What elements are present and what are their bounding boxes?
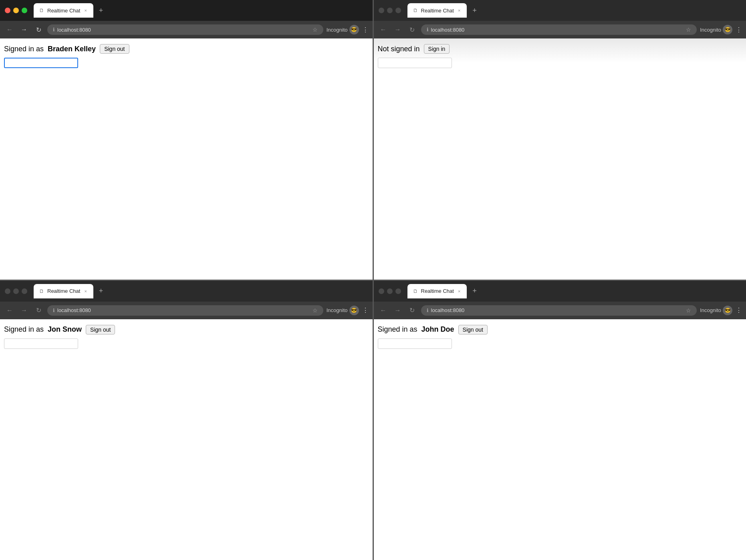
address-input-bottom-right[interactable]: ℹ localhost:8080 ☆ xyxy=(421,305,697,316)
chat-input-top-left[interactable] xyxy=(4,58,78,68)
page-content-bottom-right: Signed in as John Doe Sign out xyxy=(374,319,746,560)
address-input-top-right[interactable]: ℹ localhost:8080 ☆ xyxy=(421,24,697,35)
traffic-lights-top-right xyxy=(379,8,401,13)
menu-button-top-left[interactable]: ⋮ xyxy=(362,26,369,34)
maximize-button-bottom-left[interactable] xyxy=(22,288,27,294)
incognito-icon-bottom-left: 😎 xyxy=(349,306,359,315)
reload-button-top-right[interactable]: ↻ xyxy=(407,24,418,35)
url-text-top-right: localhost:8080 xyxy=(431,27,465,33)
page-header-top-left: Signed in as Braden Kelley Sign out xyxy=(4,44,369,54)
minimize-button-top-right[interactable] xyxy=(387,8,393,13)
new-tab-button-top-right[interactable]: + xyxy=(469,5,480,16)
minimize-button-bottom-right[interactable] xyxy=(387,288,393,294)
tab-icon-bottom-right: 🗋 xyxy=(413,288,418,294)
tab-close-bottom-right[interactable]: × xyxy=(457,288,461,294)
page-header-bottom-left: Signed in as Jon Snow Sign out xyxy=(4,325,369,334)
new-tab-button-top-left[interactable]: + xyxy=(96,5,107,16)
tab-icon-top-right: 🗋 xyxy=(413,8,418,13)
close-button-top-left[interactable] xyxy=(5,8,10,13)
star-icon-bottom-left[interactable]: ☆ xyxy=(313,307,318,314)
url-text-bottom-right: localhost:8080 xyxy=(431,307,465,313)
tab-area-bottom-right: 🗋 Realtime Chat × + xyxy=(407,284,742,298)
new-tab-button-bottom-left[interactable]: + xyxy=(96,285,107,297)
chat-input-bottom-right[interactable] xyxy=(378,338,452,349)
forward-button-top-right[interactable]: → xyxy=(392,24,403,35)
tab-top-left[interactable]: 🗋 Realtime Chat × xyxy=(34,3,93,18)
menu-button-top-right[interactable]: ⋮ xyxy=(736,26,742,34)
info-icon-top-right: ℹ xyxy=(427,27,429,32)
incognito-badge-top-right: Incognito 😎 xyxy=(700,25,732,34)
chat-input-top-right[interactable] xyxy=(378,58,452,68)
star-icon-bottom-right[interactable]: ☆ xyxy=(686,307,691,314)
minimize-button-top-left[interactable] xyxy=(13,8,19,13)
tab-title-top-right: Realtime Chat xyxy=(421,8,454,14)
chat-input-bottom-left[interactable] xyxy=(4,338,78,349)
address-bar-top-right: ← → ↻ ℹ localhost:8080 ☆ Incognito 😎 ⋮ xyxy=(374,21,746,38)
title-bar-bottom-right: 🗋 Realtime Chat × + xyxy=(374,281,746,302)
new-tab-button-bottom-right[interactable]: + xyxy=(469,285,480,297)
incognito-badge-top-left: Incognito 😎 xyxy=(327,25,359,34)
tab-close-bottom-left[interactable]: × xyxy=(83,288,87,294)
signed-in-text-bottom-left: Signed in as xyxy=(4,325,44,334)
tab-close-top-left[interactable]: × xyxy=(83,7,87,14)
browser-window-bottom-left: 🗋 Realtime Chat × + ← → ↻ ℹ localhost:80… xyxy=(0,281,373,560)
incognito-label-bottom-left: Incognito xyxy=(327,307,348,313)
incognito-icon-top-left: 😎 xyxy=(349,25,359,34)
back-button-bottom-left[interactable]: ← xyxy=(4,305,15,316)
address-input-bottom-left[interactable]: ℹ localhost:8080 ☆ xyxy=(47,305,323,316)
title-bar-top-left: 🗋 Realtime Chat × + xyxy=(0,0,373,21)
minimize-button-bottom-left[interactable] xyxy=(13,288,19,294)
forward-button-top-left[interactable]: → xyxy=(18,24,30,35)
tab-icon-bottom-left: 🗋 xyxy=(39,288,44,294)
sign-in-button-top-right[interactable]: Sign in xyxy=(424,44,450,54)
forward-button-bottom-right[interactable]: → xyxy=(392,305,403,316)
not-signed-in-text-top-right: Not signed in xyxy=(378,45,420,53)
tab-bottom-right[interactable]: 🗋 Realtime Chat × xyxy=(407,284,467,298)
star-icon-top-left[interactable]: ☆ xyxy=(313,26,318,33)
reload-button-top-left[interactable]: ↻ xyxy=(33,24,44,35)
forward-button-bottom-left[interactable]: → xyxy=(18,305,30,316)
url-text-bottom-left: localhost:8080 xyxy=(57,307,91,313)
traffic-lights-top-left xyxy=(5,8,27,13)
incognito-badge-bottom-right: Incognito 😎 xyxy=(700,306,732,315)
tab-close-top-right[interactable]: × xyxy=(457,7,461,14)
address-bar-top-left: ← → ↻ ℹ localhost:8080 ☆ Incognito 😎 ⋮ xyxy=(0,21,373,38)
tab-icon-top-left: 🗋 xyxy=(39,8,44,13)
maximize-button-bottom-right[interactable] xyxy=(395,288,401,294)
title-bar-bottom-left: 🗋 Realtime Chat × + xyxy=(0,281,373,302)
tab-area-top-left: 🗋 Realtime Chat × + xyxy=(34,3,368,18)
tab-top-right[interactable]: 🗋 Realtime Chat × xyxy=(407,3,467,18)
back-button-top-right[interactable]: ← xyxy=(378,24,389,35)
address-bar-bottom-left: ← → ↻ ℹ localhost:8080 ☆ Incognito 😎 ⋮ xyxy=(0,302,373,319)
sign-out-button-top-left[interactable]: Sign out xyxy=(100,44,129,54)
incognito-label-top-left: Incognito xyxy=(327,27,348,33)
tab-title-bottom-left: Realtime Chat xyxy=(47,288,80,294)
close-button-bottom-right[interactable] xyxy=(379,288,384,294)
back-button-top-left[interactable]: ← xyxy=(4,24,15,35)
username-bottom-right: John Doe xyxy=(421,325,454,334)
star-icon-top-right[interactable]: ☆ xyxy=(686,26,691,33)
tab-bottom-left[interactable]: 🗋 Realtime Chat × xyxy=(34,284,93,298)
maximize-button-top-right[interactable] xyxy=(395,8,401,13)
maximize-button-top-left[interactable] xyxy=(22,8,27,13)
traffic-lights-bottom-left xyxy=(5,288,27,294)
tab-title-bottom-right: Realtime Chat xyxy=(421,288,454,294)
back-button-bottom-right[interactable]: ← xyxy=(378,305,389,316)
close-button-top-right[interactable] xyxy=(379,8,384,13)
close-button-bottom-left[interactable] xyxy=(5,288,10,294)
address-bar-bottom-right: ← → ↻ ℹ localhost:8080 ☆ Incognito 😎 ⋮ xyxy=(374,302,746,319)
address-input-top-left[interactable]: ℹ localhost:8080 ☆ xyxy=(47,24,323,35)
menu-button-bottom-right[interactable]: ⋮ xyxy=(736,306,742,314)
signed-in-text-bottom-right: Signed in as xyxy=(378,325,417,334)
sign-out-button-bottom-right[interactable]: Sign out xyxy=(458,325,488,334)
reload-button-bottom-right[interactable]: ↻ xyxy=(407,305,418,316)
browser-window-top-left: 🗋 Realtime Chat × + ← → ↻ ℹ localhost:80… xyxy=(0,0,373,280)
info-icon-bottom-left: ℹ xyxy=(53,308,55,313)
url-text-top-left: localhost:8080 xyxy=(57,27,91,33)
reload-button-bottom-left[interactable]: ↻ xyxy=(33,305,44,316)
page-content-top-right: Not signed in Sign in xyxy=(374,38,746,280)
menu-button-bottom-left[interactable]: ⋮ xyxy=(362,306,369,314)
incognito-badge-bottom-left: Incognito 😎 xyxy=(327,306,359,315)
username-top-left: Braden Kelley xyxy=(48,45,96,53)
sign-out-button-bottom-left[interactable]: Sign out xyxy=(86,325,115,334)
